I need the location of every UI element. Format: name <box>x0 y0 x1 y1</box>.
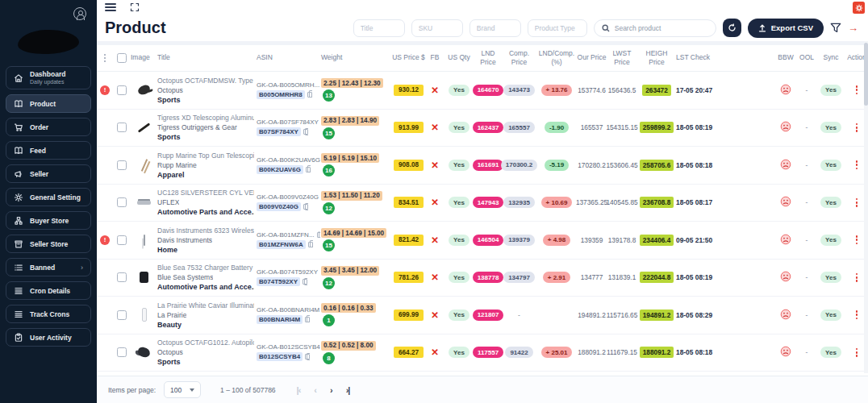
asin-highlight: B012SCSYB4 <box>257 352 303 361</box>
refresh-button[interactable] <box>723 19 741 37</box>
bbw-angry-icon <box>780 84 791 97</box>
sidebar-item-cron-details[interactable]: Cron Details <box>6 281 91 300</box>
asin-short: B07SF784XY <box>257 127 308 136</box>
title-line1: Blue Sea 7532 Charger Battery (... <box>157 264 254 272</box>
row-checkbox[interactable] <box>117 235 127 245</box>
first-page-button[interactable]: |‹ <box>297 385 301 395</box>
fullscreen-icon[interactable] <box>130 2 140 12</box>
select-all-checkbox[interactable] <box>117 53 127 63</box>
our-price: 139359 <box>577 236 607 244</box>
extension-gear-icon[interactable] <box>853 2 865 14</box>
product-type-filter-input[interactable] <box>528 19 587 37</box>
row-checkbox[interactable] <box>117 85 127 95</box>
bbw-angry-icon <box>780 121 791 134</box>
row-checkbox[interactable] <box>117 197 127 207</box>
ool-dash: - <box>797 273 816 281</box>
alert-icon: ! <box>100 85 110 95</box>
lwst-price: 140545.85 <box>607 198 637 206</box>
filter-funnel-icon[interactable] <box>830 23 841 33</box>
lnd-comp-pct-cell: + 10.69 <box>536 197 577 208</box>
lnd-price-pill: 161691 <box>473 160 504 171</box>
image-cell <box>131 193 157 212</box>
lst-check: 18-05 08:18 <box>676 348 720 356</box>
copy-icon[interactable] <box>303 129 308 135</box>
row-checkbox[interactable] <box>117 160 127 170</box>
copy-icon[interactable] <box>303 204 308 210</box>
copy-icon[interactable] <box>305 354 310 359</box>
search-input[interactable] <box>615 24 708 32</box>
copy-icon[interactable] <box>306 167 311 172</box>
qty-badge: 13 <box>323 89 335 102</box>
asin-full: GK-OA-B01MZFN... <box>257 231 320 239</box>
comp-price-pill: 165557 <box>503 122 535 133</box>
lines-icon <box>14 310 23 319</box>
table-row: Octopus OCTAFG1012. Autopilo...OctopusSp… <box>97 334 868 372</box>
action-menu-button[interactable] <box>853 196 861 210</box>
heigh-price-chip: 188091.2 <box>640 347 674 358</box>
sidebar-item-order[interactable]: Order <box>6 118 91 136</box>
sku-filter-input[interactable] <box>411 19 463 37</box>
us-qty-pill: Yes <box>449 235 469 246</box>
product-title: Davis Instruments 6323 Wireless...Davis … <box>157 226 257 254</box>
sidebar-item-general-setting[interactable]: General Setting <box>6 188 91 206</box>
action-menu-button[interactable] <box>853 83 861 97</box>
sidebar-item-seller-store[interactable]: Seller Store <box>6 235 91 253</box>
profile-icon[interactable] <box>73 7 86 20</box>
sidebar-item-feed[interactable]: Feed <box>6 141 91 160</box>
asin-highlight: B00K2UAV6G <box>257 165 303 174</box>
sidebar-item-banned[interactable]: Banned › <box>6 258 91 276</box>
action-menu-button[interactable] <box>853 308 861 322</box>
fb-cross-icon: ✕ <box>431 197 439 208</box>
lst-check: 18-05 08:17 <box>676 198 720 206</box>
lnd-price-pill: 162437 <box>473 122 504 133</box>
action-menu-button[interactable] <box>853 346 861 359</box>
row-checkbox[interactable] <box>117 347 127 357</box>
sidebar-item-track-crons[interactable]: Track Crons <box>6 305 91 323</box>
scrollbar-thumb[interactable] <box>864 43 868 106</box>
previous-page-button[interactable]: ‹ <box>314 385 316 395</box>
next-page-button[interactable]: › <box>330 385 332 395</box>
items-per-page-select[interactable]: 100 <box>164 381 201 398</box>
next-arrow-icon[interactable]: → <box>848 22 858 34</box>
export-csv-button[interactable]: Export CSV <box>748 19 824 38</box>
boat-thumbnail <box>137 201 151 205</box>
sidebar-item-seller[interactable]: Seller <box>6 164 91 183</box>
sidebar-item-product[interactable]: Product <box>6 94 91 113</box>
table-row: UC128 SILVERSTEER CYL VER 1UFLEXAutomoti… <box>97 185 868 222</box>
product-title: Tigress XD Telescoping Aluminu...Tigress… <box>157 114 257 141</box>
action-menu-button[interactable] <box>853 121 861 135</box>
sticks-thumbnail <box>140 159 147 171</box>
fb-cell: ✕ <box>426 347 444 358</box>
sidebar-item-user-activity[interactable]: User Activity <box>6 328 91 347</box>
copy-icon[interactable] <box>303 279 307 285</box>
table-row: !Octopus OCTAFMDMSW. Type ...OctopusSpor… <box>97 72 868 110</box>
row-checkbox[interactable] <box>117 272 127 282</box>
drag-handle-icon[interactable] <box>104 54 106 63</box>
sidebar-item-dashboard[interactable]: DashboardDaily updates <box>6 66 91 89</box>
search-box <box>594 19 716 37</box>
title-category: Apparel <box>157 171 185 179</box>
sidebar-item-buyer-store[interactable]: Buyer Store <box>6 211 91 230</box>
copy-icon[interactable] <box>308 242 313 247</box>
product-asin: GK-OA-B07SF784XYB07SF784XY <box>257 118 321 136</box>
cart-icon <box>14 123 23 132</box>
row-checkbox[interactable] <box>117 310 127 320</box>
copy-icon[interactable] <box>307 92 312 98</box>
action-menu-button[interactable] <box>853 271 861 285</box>
copy-icon[interactable] <box>317 232 320 238</box>
last-page-button[interactable]: ›| <box>346 385 350 395</box>
fb-cell: ✕ <box>426 122 444 133</box>
title-filter-input[interactable] <box>353 19 405 37</box>
title-category: Beauty <box>157 321 182 329</box>
brand-filter-input[interactable] <box>469 19 521 37</box>
copy-icon[interactable] <box>305 317 310 322</box>
pct-pill: + 4.98 <box>543 235 570 246</box>
sync-cell: Yes <box>816 272 845 283</box>
vertical-scrollbar[interactable] <box>864 41 868 373</box>
row-checkbox[interactable] <box>117 123 127 132</box>
action-menu-button[interactable] <box>853 233 861 247</box>
asin-short: B01MZFNW6A <box>257 240 313 249</box>
action-menu-button[interactable] <box>853 158 861 172</box>
hamburger-menu-icon[interactable] <box>105 3 116 11</box>
qty-badge: 12 <box>323 202 335 214</box>
